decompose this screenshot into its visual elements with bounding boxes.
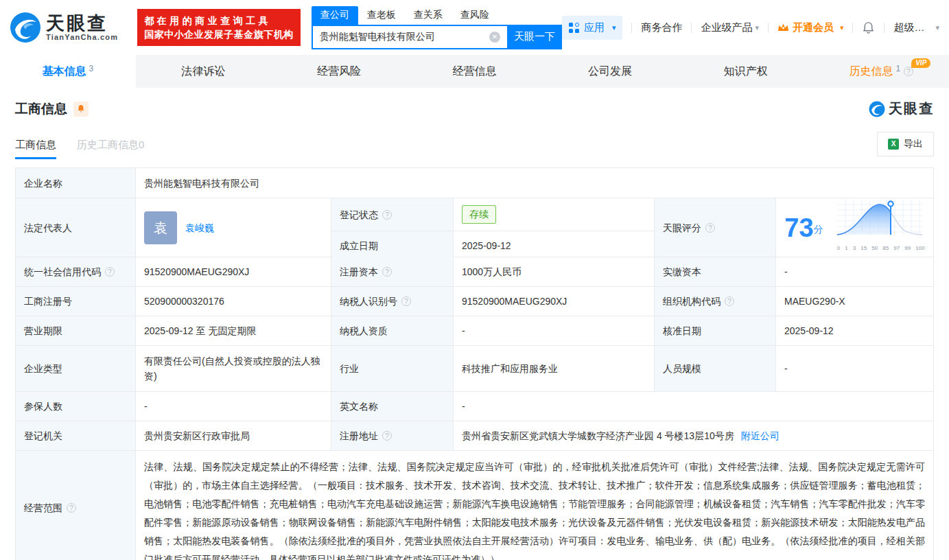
reg-capital-value: 1000万人民币	[454, 257, 655, 286]
staff-size-value: -	[776, 346, 933, 391]
company-name-value: 贵州能魁智电科技有限公司	[136, 168, 933, 198]
enterprise-products-label: 企业级产品	[701, 21, 752, 34]
tianyancha-watermark: 天眼查	[869, 100, 934, 118]
apps-label: 应用	[584, 21, 605, 34]
tab-intellectual-property[interactable]: 知识产权	[678, 55, 814, 88]
question-circle-icon[interactable]	[725, 296, 734, 306]
question-circle-icon[interactable]	[382, 267, 392, 277]
notifications-button[interactable]	[862, 21, 875, 34]
vip-badge: VIP	[911, 58, 930, 68]
tab-intellectual-property-label: 知识产权	[724, 65, 768, 79]
tyc-score-value[interactable]: 73分	[776, 198, 933, 257]
search-button[interactable]: 天眼一下	[507, 25, 562, 49]
bell-icon	[77, 104, 85, 113]
tianyancha-logo-icon	[869, 101, 885, 117]
insured-count-value: -	[136, 392, 331, 421]
business-term-label: 营业期限	[16, 316, 136, 345]
logo-text: 天眼查 TianYanCha.com	[46, 14, 118, 41]
tianyancha-logo[interactable]: 天眼查 TianYanCha.com	[10, 12, 118, 43]
export-button[interactable]: 导出	[877, 132, 934, 156]
question-circle-icon[interactable]	[904, 67, 913, 76]
table-row: 经营范围 法律、法规、国务院决定规定禁止的不得经营；法律、法规、国务院决定规定应…	[16, 451, 933, 560]
divider	[768, 23, 769, 33]
tab-legal-litigation[interactable]: 法律诉讼	[136, 55, 272, 88]
score-distribution-chart: 0131550859799100	[834, 199, 925, 256]
divider	[631, 23, 632, 33]
chevron-down-icon	[755, 23, 759, 32]
search-box: 天眼一下	[312, 25, 562, 49]
avatar[interactable]: 袁	[144, 211, 177, 244]
business-scope-label: 经营范围	[16, 451, 136, 560]
subscribe-bell-button[interactable]	[73, 102, 89, 117]
question-circle-icon[interactable]	[705, 223, 715, 233]
question-circle-icon[interactable]	[67, 503, 76, 513]
apps-menu[interactable]: 应用	[562, 16, 623, 40]
reg-status-value: 存续	[454, 198, 654, 231]
top-bar: 天眼查 TianYanCha.com 都在用的商业查询工具 国家中小企业发展子基…	[0, 0, 949, 55]
subtab-business-info[interactable]: 工商信息	[15, 139, 56, 159]
english-name-value: -	[454, 392, 933, 421]
paid-capital-label: 实缴资本	[655, 257, 776, 286]
english-name-label: 英文名称	[331, 392, 454, 421]
tab-basic-info[interactable]: 基本信息 3	[0, 55, 136, 88]
tab-operation-risk[interactable]: 经营风险	[271, 55, 407, 88]
table-row: 营业期限 2025-09-12 至 无固定期限 纳税人资质 - 核准日期 202…	[16, 316, 933, 346]
business-scope-value: 法律、法规、国务院决定规定禁止的不得经营；法律、法规、国务院决定规定应当许可（审…	[136, 451, 933, 560]
org-code-label: 组织机构代码	[655, 287, 776, 316]
clear-search-icon[interactable]	[489, 32, 500, 43]
question-circle-icon[interactable]	[401, 296, 411, 306]
legal-rep-link[interactable]: 袁峻巍	[185, 220, 214, 235]
question-circle-icon[interactable]	[382, 210, 392, 220]
open-membership-label: 开通会员	[793, 21, 834, 34]
tab-basic-info-count: 3	[89, 64, 93, 73]
open-membership-menu[interactable]: 开通会员	[777, 21, 844, 34]
search-tab-boss[interactable]: 查老板	[358, 6, 405, 25]
status-badge: 存续	[462, 205, 496, 224]
divider	[691, 23, 692, 33]
enterprise-products-menu[interactable]: 企业级产品	[701, 21, 759, 34]
search-tabs: 查公司 查老板 查关系 查风险	[312, 6, 562, 25]
tab-history-info[interactable]: VIP 历史信息 1	[813, 55, 949, 88]
approval-date-label: 核准日期	[655, 316, 776, 345]
tab-basic-info-label: 基本信息	[42, 65, 86, 79]
super-vip-menu[interactable]: 超级…	[893, 21, 939, 34]
logo-title: 天眼查	[46, 14, 118, 33]
legal-rep-value: 袁 袁峻巍	[136, 198, 331, 257]
question-circle-icon[interactable]	[105, 267, 115, 277]
section-title: 工商信息	[15, 100, 67, 118]
subtab-history-business-info[interactable]: 历史工商信息0	[77, 139, 144, 159]
approval-date-value: 2025-09-12	[776, 316, 933, 345]
search-tab-relation[interactable]: 查关系	[405, 6, 452, 25]
divider	[884, 23, 884, 33]
taxpayer-id-label: 纳税人识别号	[331, 287, 454, 316]
table-subrow: 登记状态 存续	[331, 198, 654, 231]
section-header: 工商信息 天眼查	[15, 100, 934, 118]
search-tab-company[interactable]: 查公司	[312, 6, 358, 25]
tab-operation-info-label: 经营信息	[453, 65, 497, 79]
table-row: 工商注册号 520900000320176 纳税人识别号 91520900MAE…	[16, 287, 933, 316]
industry-value: 科技推广和应用服务业	[454, 346, 655, 391]
company-nav-tabs: 基本信息 3 法律诉讼 经营风险 经营信息 公司发展 知识产权 VIP 历史信息…	[0, 55, 949, 88]
legal-rep-label: 法定代表人	[16, 198, 136, 257]
promo-banner: 都在用的商业查询工具 国家中小企业发展子基金旗下机构	[137, 9, 301, 46]
app-grid-icon	[569, 23, 579, 33]
business-info-table: 企业名称 贵州能魁智电科技有限公司 法定代表人 袁 袁峻巍 登记状态	[15, 167, 934, 560]
search-tab-risk[interactable]: 查风险	[452, 6, 498, 25]
question-circle-icon[interactable]	[382, 431, 392, 441]
nearby-companies-link[interactable]: 附近公司	[741, 428, 780, 443]
excel-icon	[888, 139, 899, 150]
tab-legal-litigation-label: 法律诉讼	[181, 65, 225, 79]
watermark-text: 天眼查	[889, 100, 934, 118]
search-input[interactable]	[312, 25, 507, 49]
reg-address-value: 贵州省贵安新区党武镇大学城数字经济产业园 4 号楼13层10号房 附近公司	[454, 421, 933, 450]
logo-domain: TianYanCha.com	[46, 33, 118, 41]
org-code-value: MAEUG290-X	[776, 287, 933, 316]
business-cooperation-link[interactable]: 商务合作	[641, 21, 682, 34]
reg-status-label: 登记状态	[331, 198, 454, 231]
table-row: 法定代表人 袁 袁峻巍 登记状态 存续 成立日期	[16, 198, 933, 257]
chevron-down-icon	[612, 23, 616, 32]
tyc-score-label: 天眼评分	[655, 198, 776, 257]
tab-operation-info[interactable]: 经营信息	[407, 55, 543, 88]
divider	[852, 23, 853, 33]
tab-company-development[interactable]: 公司发展	[542, 55, 678, 88]
